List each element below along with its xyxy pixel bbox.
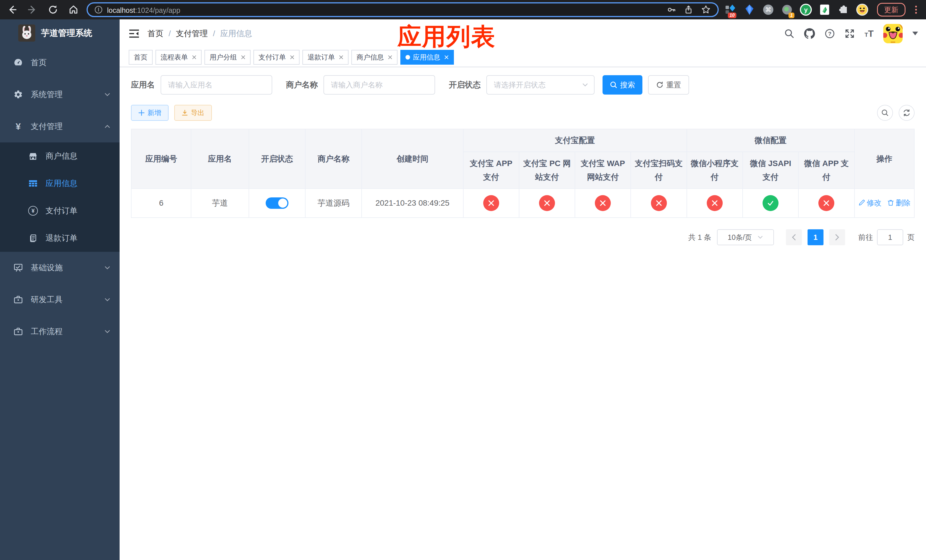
browser-chrome: localhost:1024/pay/app 10 ⌘ 1 bbox=[0, 0, 926, 20]
tag-process-form[interactable]: 流程表单 bbox=[156, 50, 201, 65]
browser-forward-icon[interactable] bbox=[26, 3, 39, 16]
export-button[interactable]: 导出 bbox=[174, 105, 212, 121]
main-area: 应用列表 首页 / 支付管理 / 应用信息 ? bbox=[120, 20, 926, 560]
app-logo[interactable]: 芋道管理系统 bbox=[0, 20, 120, 47]
refresh-icon bbox=[656, 81, 663, 89]
merchant-name-input[interactable] bbox=[324, 75, 435, 95]
proxy-extension-icon[interactable]: 1 bbox=[781, 3, 793, 16]
docs-extension-icon[interactable] bbox=[819, 3, 831, 16]
next-page-button[interactable] bbox=[829, 229, 845, 245]
y-extension-icon[interactable]: y bbox=[800, 3, 812, 16]
cell-alipay-qr bbox=[631, 189, 687, 218]
sidebar-item-payment[interactable]: ¥ 支付管理 bbox=[0, 110, 120, 142]
sidebar-item-workflow[interactable]: 工作流程 bbox=[0, 316, 120, 348]
chevron-down-icon bbox=[104, 265, 110, 271]
cell-wx-jsapi bbox=[743, 189, 799, 218]
document-icon bbox=[27, 233, 39, 243]
tag-merchant-info[interactable]: 商户信息 bbox=[351, 50, 398, 65]
refresh-table-button[interactable] bbox=[899, 105, 915, 121]
breadcrumb-home[interactable]: 首页 bbox=[147, 28, 163, 39]
close-icon[interactable] bbox=[444, 55, 449, 59]
browser-nav-buttons bbox=[6, 3, 80, 16]
app-name-input[interactable] bbox=[160, 75, 272, 95]
share-icon[interactable] bbox=[684, 5, 693, 14]
prev-page-button[interactable] bbox=[786, 229, 802, 245]
github-icon[interactable] bbox=[804, 28, 815, 39]
sidebar-item-refund-order[interactable]: 退款订单 bbox=[0, 224, 120, 252]
sidebar-collapse-icon[interactable] bbox=[129, 29, 139, 38]
close-icon[interactable] bbox=[241, 55, 245, 59]
cell-alipay-pc bbox=[519, 189, 575, 218]
breadcrumb-current: 应用信息 bbox=[220, 28, 252, 39]
command-extension-icon[interactable]: ⌘ bbox=[762, 3, 775, 16]
browser-back-icon[interactable] bbox=[6, 3, 18, 16]
payment-submenu: 商户信息 应用信息 ¥ 支付订单 退款订单 bbox=[0, 142, 120, 252]
goto-page-input[interactable] bbox=[877, 229, 903, 245]
cell-merchant: 芋道源码 bbox=[305, 189, 362, 218]
page-size-select[interactable]: 10条/页 bbox=[717, 229, 774, 245]
page-content: 应用名 商户名称 开启状态 请选择开启状态 搜索 重置 bbox=[120, 67, 926, 560]
add-button[interactable]: 新增 bbox=[131, 105, 169, 121]
status-toggle[interactable] bbox=[266, 197, 289, 209]
navbar: 首页 / 支付管理 / 应用信息 ? TT bbox=[120, 20, 926, 48]
reset-button[interactable]: 重置 bbox=[648, 75, 689, 95]
font-size-icon[interactable]: TT bbox=[864, 29, 874, 39]
chrome-menu-icon[interactable] bbox=[912, 3, 920, 16]
breadcrumb-payment[interactable]: 支付管理 bbox=[176, 28, 208, 39]
password-key-icon[interactable] bbox=[667, 5, 676, 14]
delete-link[interactable]: 删除 bbox=[887, 198, 911, 208]
sidebar-item-app-info[interactable]: 应用信息 bbox=[0, 170, 120, 197]
tag-home[interactable]: 首页 bbox=[129, 50, 153, 65]
chevron-down-icon bbox=[104, 328, 110, 335]
avatar[interactable] bbox=[883, 24, 903, 43]
url-bar[interactable]: localhost:1024/pay/app bbox=[86, 2, 719, 17]
sidebar-item-infrastructure[interactable]: 基础设施 bbox=[0, 252, 120, 284]
fullscreen-icon[interactable] bbox=[844, 29, 855, 39]
sidebar-item-pay-order[interactable]: ¥ 支付订单 bbox=[0, 197, 120, 224]
download-icon bbox=[182, 110, 188, 116]
emoji-avatar-icon[interactable] bbox=[856, 3, 869, 16]
bookmark-star-icon[interactable] bbox=[701, 5, 711, 15]
trash-icon bbox=[887, 200, 894, 206]
close-icon[interactable] bbox=[339, 55, 343, 59]
search-icon[interactable] bbox=[784, 29, 794, 39]
tag-refund-order[interactable]: 退款订单 bbox=[303, 50, 348, 65]
browser-refresh-icon[interactable] bbox=[47, 3, 59, 16]
status-cross-icon bbox=[595, 195, 611, 211]
svg-text:⌘: ⌘ bbox=[765, 6, 772, 14]
sidebar-item-label: 商户信息 bbox=[45, 151, 77, 162]
sidebar-item-dev-tools[interactable]: 研发工具 bbox=[0, 284, 120, 316]
close-icon[interactable] bbox=[290, 55, 294, 59]
site-info-icon[interactable] bbox=[95, 6, 103, 14]
tags-view-bar: 首页 流程表单 用户分组 支付订单 退款订单 商户信息 应用信息 bbox=[120, 48, 926, 67]
sidebar-item-system[interactable]: 系统管理 bbox=[0, 79, 120, 110]
tag-user-group[interactable]: 用户分组 bbox=[204, 50, 251, 65]
search-button[interactable]: 搜索 bbox=[602, 75, 642, 95]
tag-pay-order[interactable]: 支付订单 bbox=[253, 50, 300, 65]
caret-down-icon[interactable] bbox=[912, 32, 918, 36]
sidebar-item-merchant-info[interactable]: 商户信息 bbox=[0, 142, 120, 170]
pixel-extension-icon[interactable]: 10 bbox=[725, 3, 737, 16]
browser-home-icon[interactable] bbox=[67, 3, 80, 16]
sidebar-item-home[interactable]: 首页 bbox=[0, 47, 120, 79]
close-icon[interactable] bbox=[192, 55, 197, 59]
cell-alipay-wap bbox=[575, 189, 631, 218]
toolbox-icon bbox=[12, 295, 24, 304]
monitor-icon bbox=[12, 263, 24, 272]
status-select[interactable]: 请选择开启状态 bbox=[486, 75, 595, 95]
col-merchant: 商户名称 bbox=[305, 129, 362, 189]
chrome-update-button[interactable]: 更新 bbox=[877, 3, 905, 17]
puzzle-extensions-icon[interactable] bbox=[837, 3, 850, 16]
help-icon[interactable]: ? bbox=[825, 29, 835, 39]
toggle-search-button[interactable] bbox=[877, 105, 893, 121]
col-alipay-wap: 支付宝 WAP 网站支付 bbox=[575, 152, 631, 189]
gem-extension-icon[interactable] bbox=[743, 3, 756, 16]
col-wx-lite: 微信小程序支付 bbox=[687, 152, 743, 189]
yen-circle-icon: ¥ bbox=[27, 206, 39, 216]
page-number-button[interactable]: 1 bbox=[808, 229, 823, 245]
gear-icon bbox=[12, 90, 24, 100]
edit-link[interactable]: 修改 bbox=[858, 198, 882, 208]
close-icon[interactable] bbox=[388, 55, 392, 59]
status-cross-icon bbox=[483, 195, 499, 211]
chevron-down-icon bbox=[582, 82, 588, 88]
